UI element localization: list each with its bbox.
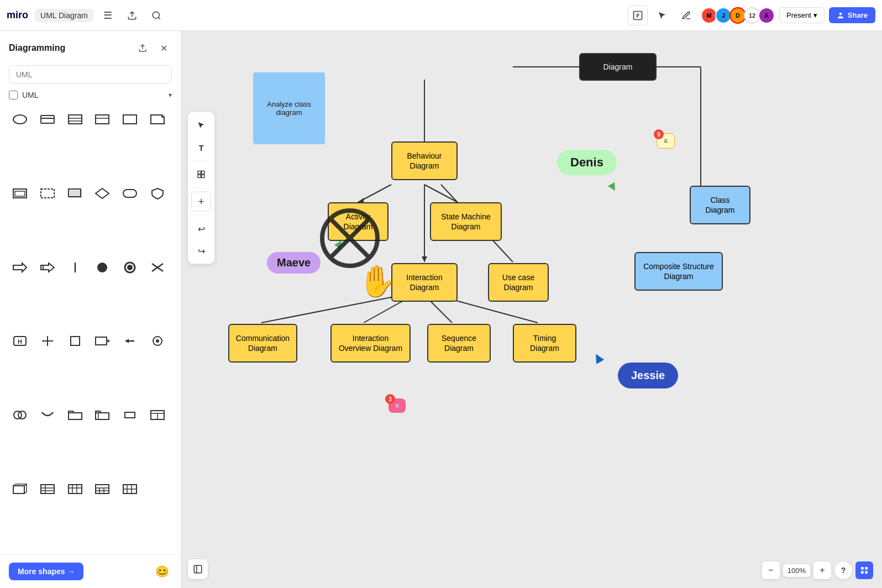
shape-arc[interactable] bbox=[36, 404, 59, 426]
zoom-in-button[interactable]: + bbox=[813, 561, 831, 579]
chat-badge-2: 3 bbox=[385, 394, 395, 404]
svg-rect-71 bbox=[202, 175, 204, 177]
shape-x-symbol[interactable] bbox=[36, 330, 59, 352]
add-node-button[interactable]: + bbox=[191, 192, 211, 212]
menu-button[interactable]: ☰ bbox=[98, 6, 118, 25]
shape-shield[interactable] bbox=[146, 182, 169, 204]
svg-marker-37 bbox=[108, 339, 110, 343]
shape-rect-header[interactable] bbox=[91, 108, 113, 130]
zoom-level: 100% bbox=[783, 564, 810, 577]
svg-marker-21 bbox=[13, 263, 27, 272]
shape-grid[interactable] bbox=[119, 478, 141, 500]
shape-arrow-box[interactable] bbox=[91, 330, 113, 352]
sticky-note-analyze[interactable]: Analyze class diagram bbox=[253, 72, 325, 144]
uml-checkbox[interactable] bbox=[9, 91, 18, 99]
shape-rect-lines[interactable] bbox=[64, 108, 86, 130]
shape-dog-ear[interactable] bbox=[146, 108, 169, 130]
node-class[interactable]: ClassDiagram bbox=[690, 186, 750, 224]
shape-circle-dot[interactable] bbox=[146, 330, 169, 352]
canvas-inner: Analyze class diagram Diagram BehaviourD… bbox=[181, 31, 882, 588]
jessie-arrow: ▲ bbox=[587, 346, 609, 369]
shape-card[interactable] bbox=[36, 108, 59, 130]
node-timing[interactable]: TimingDiagram bbox=[513, 324, 576, 363]
node-state-machine[interactable]: State MachineDiagram bbox=[430, 202, 502, 241]
svg-rect-96 bbox=[865, 571, 868, 574]
side-toolbar: T + ↩ ↪ bbox=[188, 112, 214, 264]
shape-arrow-right[interactable] bbox=[9, 256, 31, 279]
search-button[interactable] bbox=[146, 6, 166, 25]
shape-folder2[interactable] bbox=[91, 404, 113, 426]
node-interaction-overview[interactable]: InteractionOverview Diagram bbox=[330, 324, 411, 363]
pen-button[interactable] bbox=[676, 6, 696, 25]
shape-nested-rect[interactable] bbox=[9, 182, 31, 204]
svg-marker-39 bbox=[125, 339, 129, 343]
shape-ellipse[interactable] bbox=[9, 108, 31, 130]
shape-h-symbol[interactable]: H bbox=[9, 330, 31, 352]
redo-btn[interactable]: ↪ bbox=[191, 241, 211, 261]
svg-rect-52 bbox=[41, 485, 54, 494]
shape-table-v[interactable] bbox=[64, 478, 86, 500]
present-button[interactable]: Present ▾ bbox=[779, 7, 825, 23]
shape-table2[interactable] bbox=[91, 478, 113, 500]
panel-close-btn[interactable]: ✕ bbox=[155, 40, 172, 56]
emoji-button[interactable]: 😊 bbox=[152, 561, 172, 581]
uml-chevron-icon[interactable]: ▾ bbox=[169, 91, 172, 99]
shape-circle-ring[interactable] bbox=[119, 256, 141, 279]
svg-marker-19 bbox=[96, 188, 109, 198]
frame-tool[interactable] bbox=[191, 165, 211, 185]
shape-3d-rect[interactable] bbox=[9, 478, 31, 500]
svg-text:H: H bbox=[18, 338, 22, 345]
node-behaviour[interactable]: BehaviourDiagram bbox=[391, 141, 458, 180]
board-title[interactable]: UML Diagram bbox=[35, 9, 93, 22]
svg-point-3 bbox=[839, 12, 842, 15]
shape-folder[interactable] bbox=[64, 404, 86, 426]
shape-diamond[interactable] bbox=[91, 182, 113, 204]
chat-badge-1: 9 bbox=[654, 129, 664, 139]
jessie-bubble[interactable]: Jessie bbox=[618, 363, 678, 389]
zoom-out-button[interactable]: − bbox=[762, 561, 780, 579]
node-interaction[interactable]: InteractionDiagram bbox=[391, 263, 458, 302]
map-button[interactable] bbox=[855, 561, 873, 579]
node-diagram[interactable]: Diagram bbox=[579, 53, 657, 81]
panel-toggle-button[interactable] bbox=[188, 559, 208, 579]
shape-loop[interactable] bbox=[9, 404, 31, 426]
ai-button[interactable] bbox=[628, 6, 648, 25]
panel-export-btn[interactable] bbox=[134, 40, 151, 56]
chat-bubble-2[interactable]: 3 ≡ bbox=[389, 398, 406, 413]
zoom-controls: − 100% + ? bbox=[762, 561, 873, 579]
text-tool[interactable]: T bbox=[191, 138, 211, 158]
node-communication[interactable]: CommunicationDiagram bbox=[228, 324, 297, 363]
shape-window[interactable] bbox=[146, 404, 169, 426]
shape-arrow-wave[interactable] bbox=[36, 256, 59, 279]
chat-bubble-1[interactable]: 9 ≡ bbox=[657, 133, 675, 149]
shape-plain-rect[interactable] bbox=[119, 108, 141, 130]
node-sequence[interactable]: SequenceDiagram bbox=[427, 324, 491, 363]
help-button[interactable]: ? bbox=[834, 561, 852, 579]
shape-vertical-line[interactable] bbox=[64, 256, 86, 279]
node-use-case[interactable]: Use caseDiagram bbox=[488, 263, 549, 302]
node-composite[interactable]: Composite StructureDiagram bbox=[634, 252, 723, 291]
cursor-button[interactable] bbox=[652, 6, 672, 25]
shape-table-h[interactable] bbox=[36, 478, 59, 500]
more-shapes-button[interactable]: More shapes → bbox=[9, 563, 83, 580]
shape-dashed-rect[interactable] bbox=[36, 182, 59, 204]
svg-rect-94 bbox=[865, 567, 868, 570]
shape-square[interactable] bbox=[64, 330, 86, 352]
svg-line-85 bbox=[261, 295, 402, 323]
select-tool[interactable] bbox=[191, 116, 211, 135]
shape-circle-filled[interactable] bbox=[91, 256, 113, 279]
shape-arrow-left[interactable] bbox=[119, 330, 141, 352]
search-input[interactable] bbox=[9, 65, 172, 84]
shape-x-mark[interactable] bbox=[146, 256, 169, 279]
svg-rect-35 bbox=[96, 337, 107, 345]
shape-small-rect[interactable] bbox=[119, 404, 141, 426]
canvas[interactable]: Analyze class diagram Diagram BehaviourD… bbox=[181, 31, 882, 588]
upload-button[interactable] bbox=[122, 6, 142, 25]
svg-point-1 bbox=[153, 12, 159, 18]
shape-rounded-rect[interactable] bbox=[119, 182, 141, 204]
maeve-bubble[interactable]: Maeve bbox=[267, 252, 321, 274]
share-button[interactable]: Share bbox=[829, 7, 875, 23]
undo-btn[interactable]: ↩ bbox=[191, 219, 211, 239]
denis-bubble[interactable]: Denis bbox=[557, 150, 617, 175]
shape-shadow-rect[interactable] bbox=[64, 182, 86, 204]
